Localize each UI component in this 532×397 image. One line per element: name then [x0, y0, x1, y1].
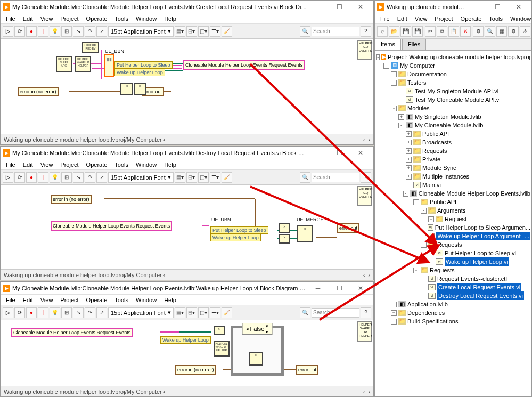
run-button[interactable]: ▷	[3, 307, 13, 318]
step-over-button[interactable]: ↷	[85, 26, 95, 37]
menu-file[interactable]: File	[3, 160, 19, 169]
menu-view[interactable]: View	[412, 14, 431, 23]
tree-item[interactable]: -📁Requests	[376, 240, 530, 249]
project-tree[interactable]: -▶Project: Waking up cloneable module he…	[375, 51, 531, 396]
close-button[interactable]: ✕	[350, 282, 371, 294]
step-out-button[interactable]: ↗	[96, 26, 107, 37]
titlebar[interactable]: ▶ My Cloneable Module.lvlib:Cloneable Mo…	[1, 1, 373, 13]
scroll-right-icon[interactable]: ›	[368, 388, 370, 395]
highlight-button[interactable]: 💡	[50, 26, 60, 37]
destroy-event-2[interactable]: ✕	[279, 234, 290, 244]
menu-view[interactable]: View	[37, 160, 56, 169]
menu-tools[interactable]: Tools	[111, 296, 132, 304]
save-button[interactable]: 💾	[400, 26, 411, 37]
tree-item[interactable]: -📁Requests	[376, 266, 530, 274]
reorder-button[interactable]: ☰▾	[210, 172, 220, 183]
abort-button[interactable]: ●	[26, 26, 37, 37]
resize-button[interactable]: ◫▾	[198, 307, 209, 318]
merge-errors[interactable]: ⊞	[297, 225, 313, 242]
tree-item[interactable]: +📁Module Sync	[376, 164, 530, 172]
align-button[interactable]: ▤▾	[175, 307, 185, 318]
status-chevron-icon[interactable]: ‹	[162, 272, 166, 278]
tree-item[interactable]: +◧My Singleton Module.lvlib	[376, 112, 530, 121]
maximize-button[interactable]: ☐	[487, 1, 508, 13]
step-over-button[interactable]: ↷	[85, 307, 95, 318]
menu-operate[interactable]: Operate	[83, 160, 111, 169]
status-chevron-icon[interactable]: ‹	[162, 136, 166, 143]
new-button[interactable]: ☼	[377, 26, 388, 37]
close-button[interactable]: ✕	[350, 147, 371, 159]
distribute-button[interactable]: ⊟▾	[186, 307, 197, 318]
run-button[interactable]: ▷	[3, 26, 13, 37]
retain-wire-button[interactable]: ⊞	[61, 307, 72, 318]
pause-button[interactable]: ‖	[38, 172, 48, 183]
merge-vi-2[interactable]: ⊞	[134, 83, 146, 95]
minimize-button[interactable]: ─	[307, 282, 329, 294]
tree-item[interactable]: viWake up Helper Loop Argument--...	[376, 232, 530, 240]
menu-window[interactable]: Window	[133, 14, 160, 23]
properties-button[interactable]: ⚙	[508, 26, 519, 37]
menu-window[interactable]: Window	[507, 14, 532, 23]
request-events-out-terminal[interactable]: Cloneable Module Helper Loop Events Requ…	[183, 60, 305, 70]
step-over-button[interactable]: ↷	[85, 172, 95, 183]
menu-help[interactable]: Help	[161, 14, 179, 23]
wake-arg-vi-icon[interactable]: HELPERLWAKE UPHELPER	[75, 56, 91, 72]
expand-toggle-icon[interactable]: +	[391, 302, 397, 307]
tree-item[interactable]: viMain.vi	[376, 181, 530, 189]
step-into-button[interactable]: ↘	[73, 307, 84, 318]
expand-toggle-icon[interactable]: -	[376, 54, 380, 60]
run-button[interactable]: ▷	[3, 172, 13, 183]
menu-operate[interactable]: Operate	[83, 296, 111, 304]
scroll-right-icon[interactable]: ›	[368, 272, 370, 278]
error-in-terminal[interactable]: error in (no error)	[175, 365, 216, 375]
step-into-button[interactable]: ↘	[73, 172, 84, 183]
menu-edit[interactable]: Edit	[394, 14, 411, 23]
menu-tools[interactable]: Tools	[111, 160, 132, 169]
block-diagram-canvas[interactable]: HELPERWAKE UPHELPER Cloneable Module Hel…	[1, 320, 373, 386]
titlebar[interactable]: ▶ Waking up cloneable module helper... ─…	[375, 1, 531, 13]
tree-item[interactable]: +📁Private	[376, 155, 530, 164]
maximize-button[interactable]: ☐	[329, 147, 350, 159]
highlight-button[interactable]: 💡	[50, 307, 60, 318]
run-continuous-button[interactable]: ⟳	[14, 26, 25, 37]
help-button[interactable]: ?	[361, 307, 371, 318]
error-in-terminal[interactable]: error in (no error)	[51, 195, 92, 204]
tree-item[interactable]: viCreate Local Request Events.vi	[376, 283, 530, 291]
expand-toggle-icon[interactable]: +	[391, 310, 397, 316]
menu-tools[interactable]: Tools	[486, 14, 506, 23]
expand-toggle-icon[interactable]: -	[413, 268, 419, 273]
align-button[interactable]: ▤▾	[175, 172, 185, 183]
expand-toggle-icon[interactable]: +	[406, 165, 412, 171]
request-events-in-terminal[interactable]: Cloneable Module Helper Loop Events Requ…	[51, 221, 172, 231]
run-continuous-button[interactable]: ⟳	[14, 172, 25, 183]
help-button[interactable]: ?	[361, 172, 371, 183]
retain-wire-button[interactable]: ⊞	[61, 26, 72, 37]
cleanup-button[interactable]: 🧹	[222, 307, 232, 318]
filter-button[interactable]: ▦	[496, 26, 507, 37]
expand-toggle-icon[interactable]: +	[398, 114, 404, 120]
case-structure[interactable]: ◂ False ▾ ▸ ⊡	[231, 326, 284, 376]
close-button[interactable]: ✕	[508, 1, 529, 13]
tree-item[interactable]: +📁Build Specifications	[376, 317, 530, 326]
tree-item[interactable]: +◧Application.lvlib	[376, 300, 530, 309]
minimize-button[interactable]: ─	[307, 147, 329, 159]
search-input[interactable]	[312, 173, 359, 182]
tree-item[interactable]: viTest My Singleton Module API.vi	[376, 87, 530, 95]
copy-button[interactable]: ⧉	[437, 26, 447, 37]
case-selector[interactable]: ◂ False ▾ ▸	[242, 323, 273, 335]
tab-files[interactable]: Files	[402, 39, 426, 50]
expand-toggle-icon[interactable]: +	[406, 148, 412, 154]
menu-operate[interactable]: Operate	[457, 14, 485, 23]
tree-item[interactable]: -▶Project: Waking up cloneable module he…	[376, 53, 530, 61]
menu-tools[interactable]: Tools	[111, 14, 132, 23]
cleanup-button[interactable]: 🧹	[222, 172, 232, 183]
menu-window[interactable]: Window	[133, 160, 160, 169]
req-events-cluster-icon[interactable]: HELPERLREQ EV	[82, 42, 99, 53]
maximize-button[interactable]: ☐	[329, 282, 350, 294]
pause-button[interactable]: ‖	[38, 26, 48, 37]
expand-toggle-icon[interactable]: -	[391, 80, 397, 86]
vi-inside-case[interactable]: ⊡	[249, 352, 263, 366]
menu-file[interactable]: File	[3, 14, 19, 23]
tree-item[interactable]: -📁Testers	[376, 78, 530, 87]
tab-items[interactable]: Items	[375, 39, 401, 50]
